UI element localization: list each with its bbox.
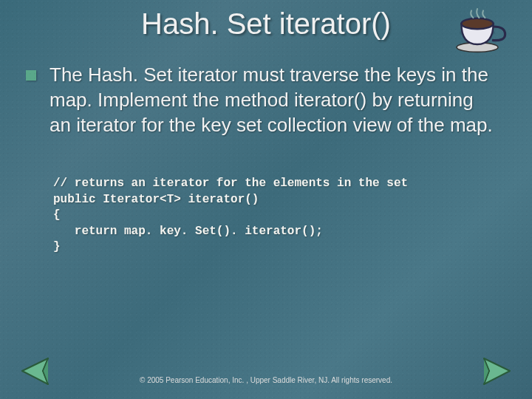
code-line: return map. key. Set(). iterator();	[53, 225, 323, 238]
code-line: // returns an iterator for the elements …	[53, 177, 408, 190]
code-line: {	[53, 208, 61, 222]
previous-slide-button[interactable]	[15, 355, 52, 388]
code-block: // returns an iterator for the elements …	[0, 137, 532, 256]
square-bullet-icon	[26, 70, 36, 81]
next-slide-button[interactable]	[480, 355, 517, 388]
copyright-footer: © 2005 Pearson Education, Inc. , Upper S…	[0, 376, 532, 384]
coffee-cup-icon	[451, 6, 510, 58]
code-line: }	[53, 240, 61, 253]
svg-point-2	[461, 18, 493, 29]
code-line: public Iterator<T> iterator()	[53, 193, 259, 206]
body-text: The Hash. Set iterator must traverse the…	[50, 63, 495, 137]
